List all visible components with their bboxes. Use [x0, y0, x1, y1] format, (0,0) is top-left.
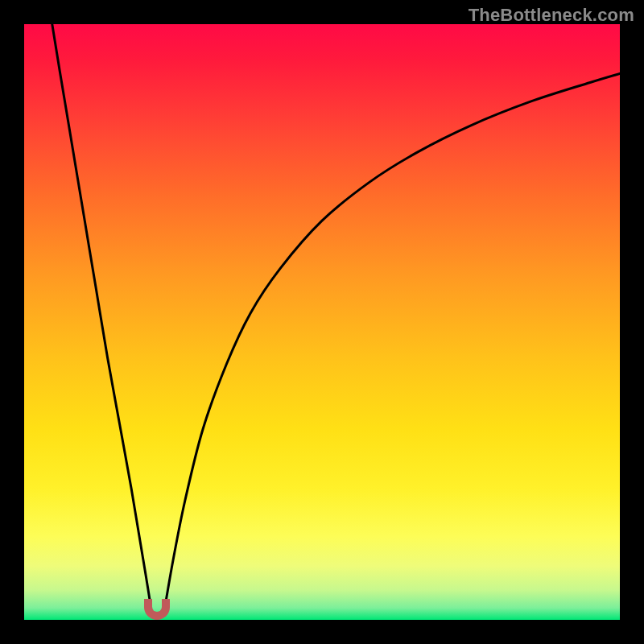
curve-left-path — [52, 24, 151, 608]
curve-minimum-marker — [144, 599, 170, 620]
chart-plot-area — [24, 24, 620, 620]
watermark-text: TheBottleneck.com — [469, 5, 634, 26]
curve-right-path — [165, 73, 620, 608]
bottleneck-curve — [24, 24, 620, 620]
